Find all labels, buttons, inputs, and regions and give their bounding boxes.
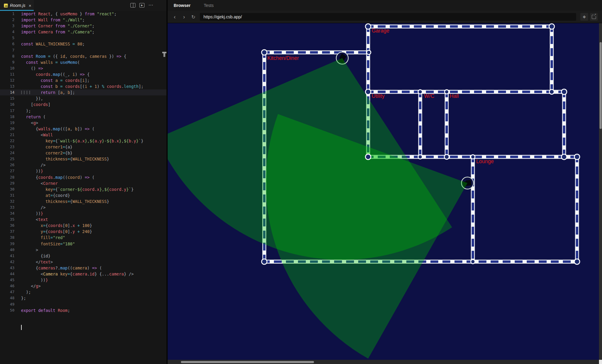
open-external-icon[interactable] [590,13,598,21]
indent-guides [21,91,30,94]
corner-handle[interactable] [365,89,371,95]
corner-handle[interactable] [574,259,580,264]
code-line[interactable]: 2import Wall from "./Wall"; [0,17,166,23]
code-line[interactable]: 49 [0,301,166,307]
code-line[interactable]: 3import Corner from "./Corner"; [0,23,166,29]
tab-tests[interactable]: Tests [204,3,214,8]
code-line[interactable]: 17 ); [0,108,166,114]
line-number: 50 [0,307,14,313]
code-line[interactable]: 37 y={coords[0].y + 240} [0,229,166,235]
line-number: 12 [0,77,14,83]
corner-handle[interactable] [365,154,371,160]
close-tab-icon[interactable]: × [29,3,31,8]
corner-handle[interactable] [418,90,422,94]
code-text: const WALL_THICKNESS = 80; [14,41,85,47]
code-line[interactable]: 38 fill="red" [0,235,166,241]
code-line[interactable]: 33 /> [0,204,166,210]
corner-handle[interactable] [444,154,449,159]
code-text: corner1={a} [14,144,73,150]
horizontal-scrollbar-thumb[interactable] [181,361,314,363]
code-line[interactable]: 28 {coords.map((coord) => ( [0,174,166,180]
corner-handle[interactable] [549,89,554,94]
code-line[interactable]: 7 [0,47,166,53]
code-line[interactable]: 42 </text> [0,259,166,265]
code-line[interactable]: 36 x={coords[0].x + 100} [0,222,166,229]
code-line[interactable]: 20 {walls.map(([a, b]) => ( [0,126,166,132]
corner-handle[interactable] [471,260,475,264]
code-line[interactable]: 40 > [0,247,166,253]
code-line[interactable]: 22 key={`wall-${a.x},${a.y}-${b.x},${b.y… [0,138,166,144]
horizontal-scrollbar[interactable] [168,360,599,364]
corner-handle[interactable] [445,90,449,94]
code-line[interactable]: 26 /> [0,162,166,168]
corner-handle[interactable] [262,259,267,264]
code-line[interactable]: 4import Camera from "./Camera"; [0,29,166,35]
corner-handle[interactable] [367,50,371,54]
line-number: 49 [0,301,14,307]
code-line[interactable]: 45 ))} [0,277,166,283]
corner-handle[interactable] [262,50,267,55]
code-line[interactable]: 24 corner2={b} [0,150,166,156]
code-line[interactable]: 1import React, { useMemo } from "react"; [0,11,166,17]
code-line[interactable]: 14 return [a, b]; [0,89,166,95]
code-line[interactable]: 6const WALL_THICKNESS = 80; [0,41,166,47]
url-input[interactable]: https://qjekj.csb.app/ [200,13,576,21]
responsive-mode-icon[interactable]: ❖ [580,13,588,21]
scrollbar-cursor-marker[interactable] [162,52,167,53]
code-line[interactable]: 21 <Wall [0,132,166,138]
corner-handle[interactable] [561,154,567,160]
code-line[interactable]: 16 [coords] [0,101,166,107]
code-line[interactable]: 43 {cameras?.map((camera) => ( [0,265,166,271]
room-label: Lounge [476,158,494,164]
tab-room-js[interactable]: JS Room.js × [0,0,34,11]
tab-browser[interactable]: Browser [174,3,191,8]
code-line[interactable]: 9 const walls = useMemo( [0,59,166,65]
code-line[interactable]: 19 <g> [0,120,166,126]
code-line[interactable]: 35 <text [0,216,166,222]
vertical-scrollbar-thumb[interactable] [600,42,602,129]
code-line[interactable]: 34 ))} [0,210,166,216]
back-icon[interactable]: ‹ [170,14,179,20]
corner-handle[interactable] [471,155,475,159]
code-line[interactable]: 11 coords.map((_, i) => { [0,71,166,77]
code-line[interactable]: 32 thickness={WALL_THICKNESS} [0,198,166,204]
code-text: return ( [14,114,45,120]
code-line[interactable]: 10 () => [0,65,166,71]
code-line[interactable]: 30 key={`corner-${coord.x},${coord.y}`} [0,186,166,192]
corner-handle[interactable] [561,89,567,95]
code-line[interactable]: 44 <Camera key={camera.id} {...camera} /… [0,271,166,277]
reload-icon[interactable]: ↻ [189,14,198,20]
code-line[interactable]: 41 {id} [0,253,166,259]
corner-handle[interactable] [574,154,580,160]
code-line[interactable]: 48}; [0,295,166,301]
open-preview-icon[interactable]: ▶ [139,3,144,8]
vertical-scrollbar[interactable] [599,23,602,364]
code-editor[interactable]: 1import React, { useMemo } from "react";… [0,11,166,364]
code-text: <Corner [14,180,58,186]
code-line[interactable]: 8const Room = ({ id, coords, cameras }) … [0,53,166,59]
more-actions-icon[interactable]: ⋯ [148,3,154,8]
code-line[interactable]: 27 ))} [0,168,166,174]
code-line[interactable]: 31 at={coord} [0,192,166,198]
code-line[interactable]: 39 fontSize="180" [0,241,166,247]
code-text: </text> [14,259,53,265]
code-line[interactable]: 29 <Corner [0,180,166,186]
code-line[interactable]: 5 [0,35,166,41]
code-line[interactable]: 12 const a = coords[i]; [0,77,166,83]
corner-handle[interactable] [418,155,422,159]
split-editor-icon[interactable] [130,3,135,8]
forward-icon[interactable]: › [179,14,189,20]
code-line[interactable]: 23 corner1={a} [0,144,166,150]
corner-handle[interactable] [365,24,371,29]
code-line[interactable]: 15 }), [0,95,166,101]
code-text: {coords.map((coord) => ( [14,174,95,180]
code-line[interactable]: 47 ); [0,289,166,295]
code-text: import Corner from "./Corner"; [14,23,95,29]
code-line[interactable]: 25 thickness={WALL_THICKNESS} [0,156,166,162]
corner-handle[interactable] [549,24,554,29]
code-line[interactable]: 50export default Room; [0,307,166,313]
code-lines[interactable]: 1import React, { useMemo } from "react";… [0,11,166,313]
code-line[interactable]: 46 </g> [0,283,166,289]
code-line[interactable]: 13 const b = coords[(i + 1) % coords.len… [0,83,166,89]
code-line[interactable]: 18 return ( [0,114,166,120]
